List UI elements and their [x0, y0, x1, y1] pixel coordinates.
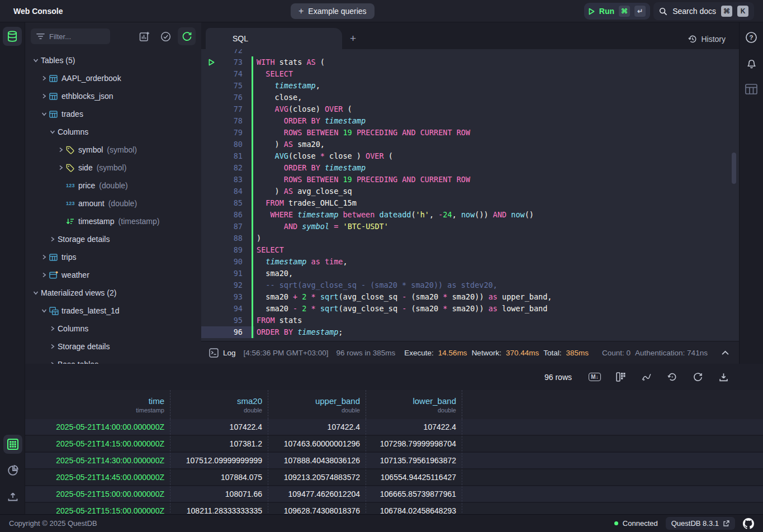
run-button[interactable]: Run ⌘ ↵	[584, 3, 650, 20]
tree-item-trips[interactable]: trips	[25, 248, 201, 266]
database-nav-button[interactable]	[3, 27, 22, 46]
chevron-down-icon[interactable]	[31, 290, 41, 296]
cell-time[interactable]: 2025-05-21T14:00:00.000000Z	[25, 419, 170, 435]
code-line-86[interactable]: 86 WHERE timestamp between dateadd('h', …	[201, 209, 739, 221]
code-line-90[interactable]: 90 timestamp as time,	[201, 256, 739, 268]
code-line-83[interactable]: 83 ROWS BETWEEN 19 PRECEDING AND CURRENT…	[201, 174, 739, 186]
chevron-right-icon[interactable]	[39, 93, 49, 99]
tree-item-storage-details[interactable]: Storage details	[25, 230, 201, 248]
column-header-upper_band[interactable]: upper_banddouble	[268, 390, 366, 419]
cell-upper_band[interactable]: 109628.74308018376	[268, 503, 366, 514]
github-link[interactable]	[743, 518, 754, 529]
cell-sma20[interactable]: 108071.66	[170, 486, 268, 502]
code-line-74[interactable]: 74 SELECT	[201, 68, 739, 80]
chevron-right-icon[interactable]	[39, 254, 49, 260]
tree-item-base-tables[interactable]: Base tables	[25, 355, 201, 364]
query-history-button[interactable]	[665, 370, 679, 384]
cell-sma20[interactable]: 107381.2	[170, 436, 268, 452]
code-line-79[interactable]: 79 ROWS BETWEEN 19 PRECEDING AND CURRENT…	[201, 127, 739, 139]
code-line-72[interactable]: 72	[201, 49, 739, 56]
tab-sql[interactable]: SQL	[206, 28, 342, 49]
cell-upper_band[interactable]: 107888.40438036126	[268, 453, 366, 468]
tree-item-price[interactable]: 123price(double)	[25, 177, 201, 194]
cell-sma20[interactable]: 107422.4	[170, 419, 268, 435]
chevron-right-icon[interactable]	[48, 326, 58, 331]
chevron-right-icon[interactable]	[56, 165, 66, 170]
cell-lower_band[interactable]: 107422.4	[366, 419, 462, 435]
cell-lower_band[interactable]: 106665.85739877961	[366, 486, 462, 502]
code-line-75[interactable]: 75 timestamp,	[201, 80, 739, 92]
cell-time[interactable]: 2025-05-21T14:15:00.000000Z	[25, 436, 170, 452]
add-metrics-button[interactable]	[135, 27, 153, 45]
cell-lower_band[interactable]: 106784.02458648293	[366, 503, 462, 514]
chevron-right-icon[interactable]	[48, 236, 58, 242]
code-line-73[interactable]: 73WITH stats AS (	[201, 56, 739, 68]
draw-chart-button[interactable]	[639, 370, 653, 384]
code-editor[interactable]: 7273WITH stats AS (74 SELECT75 timestamp…	[201, 49, 739, 341]
tree-item-trades[interactable]: trades	[25, 105, 201, 123]
column-header-lower_band[interactable]: lower_banddouble	[366, 390, 462, 419]
chart-view-button[interactable]	[3, 461, 22, 480]
cell-sma20[interactable]: 107512.09999999999	[170, 453, 268, 468]
code-line-95[interactable]: 95FROM stats	[201, 315, 739, 326]
cell-time[interactable]: 2025-05-21T15:15:00.000000Z	[25, 503, 170, 514]
chevron-right-icon[interactable]	[48, 344, 58, 349]
tree-item-aapl-orderbook[interactable]: AAPL_orderbook	[25, 69, 201, 87]
results-panel-button[interactable]	[743, 80, 760, 97]
code-line-96[interactable]: 96ORDER BY timestamp;	[201, 326, 739, 338]
code-line-80[interactable]: 80 ) AS sma20,	[201, 139, 739, 150]
tree-item-materialized-views-2[interactable]: Materialized views (2)	[25, 284, 201, 302]
import-button[interactable]	[3, 487, 22, 506]
tree-item-amount[interactable]: 123amount(double)	[25, 194, 201, 212]
chevron-down-icon[interactable]	[48, 129, 58, 135]
version-link[interactable]: QuestDB 8.3.1	[666, 517, 735, 530]
tree-item-side[interactable]: side(symbol)	[25, 159, 201, 177]
cell-lower_band[interactable]: 106554.94425116427	[366, 469, 462, 485]
new-tab-button[interactable]: +	[350, 32, 356, 45]
cell-time[interactable]: 2025-05-21T14:45:00.000000Z	[25, 469, 170, 485]
code-line-89[interactable]: 89SELECT	[201, 244, 739, 256]
markdown-export-button[interactable]: M↓	[587, 370, 602, 384]
code-line-88[interactable]: 88)	[201, 232, 739, 244]
column-header-sma20[interactable]: sma20double	[170, 390, 268, 419]
download-csv-button[interactable]	[716, 370, 731, 384]
cell-sma20[interactable]: 108211.28333333335	[170, 503, 268, 514]
code-line-84[interactable]: 84 ) AS avg_close_sq	[201, 186, 739, 197]
tree-item-trades-latest-1d[interactable]: trades_latest_1d	[25, 302, 201, 320]
select-tables-button[interactable]	[157, 27, 174, 45]
tree-item-weather[interactable]: weather	[25, 266, 201, 284]
code-line-93[interactable]: 93 sma20 + 2 * sqrt(avg_close_sq - (sma2…	[201, 291, 739, 303]
code-line-92[interactable]: 92 -- sqrt(avg_close_sq - (sma20 * sma20…	[201, 279, 739, 291]
cell-upper_band[interactable]: 107463.60000001296	[268, 436, 366, 452]
reload-schema-button[interactable]	[178, 27, 196, 45]
notifications-button[interactable]	[743, 55, 760, 72]
tree-item-tables-5[interactable]: Tables (5)	[25, 51, 201, 69]
chevron-down-icon[interactable]	[39, 111, 49, 117]
example-queries-button[interactable]: + Example queries	[291, 3, 375, 19]
refresh-button[interactable]	[690, 370, 705, 384]
code-line-82[interactable]: 82 ORDER BY timestamp	[201, 162, 739, 174]
editor-scrollbar[interactable]	[732, 153, 736, 184]
search-docs-button[interactable]: Search docs ⌘ K	[653, 2, 754, 20]
collapse-log-button[interactable]	[719, 348, 731, 358]
grid-layout-button[interactable]	[613, 370, 628, 384]
tree-item-symbol[interactable]: symbol(symbol)	[25, 141, 201, 159]
tree-item-timestamp[interactable]: timestamp(timestamp)	[25, 212, 201, 230]
tree-item-columns[interactable]: Columns	[25, 320, 201, 338]
chevron-right-icon[interactable]	[39, 75, 49, 81]
chevron-down-icon[interactable]	[39, 308, 49, 314]
column-header-time[interactable]: timetimestamp	[25, 390, 170, 419]
code-line-87[interactable]: 87 AND symbol = 'BTC-USDT'	[201, 221, 739, 232]
filter-input-wrap[interactable]	[31, 28, 110, 44]
cell-time[interactable]: 2025-05-21T15:00:00.000000Z	[25, 486, 170, 502]
code-line-78[interactable]: 78 ORDER BY timestamp	[201, 115, 739, 127]
tree-item-columns[interactable]: Columns	[25, 123, 201, 141]
cell-upper_band[interactable]: 109213.20574883572	[268, 469, 366, 485]
tree-item-ethblocks-json[interactable]: ethblocks_json	[25, 87, 201, 105]
run-query-glyph[interactable]	[201, 56, 221, 68]
code-line-76[interactable]: 76 close,	[201, 92, 739, 103]
cell-lower_band[interactable]: 107298.79999998704	[366, 436, 462, 452]
grid-view-button[interactable]	[3, 435, 22, 454]
filter-input[interactable]	[49, 32, 99, 41]
code-line-81[interactable]: 81 AVG(close * close ) OVER (	[201, 150, 739, 162]
